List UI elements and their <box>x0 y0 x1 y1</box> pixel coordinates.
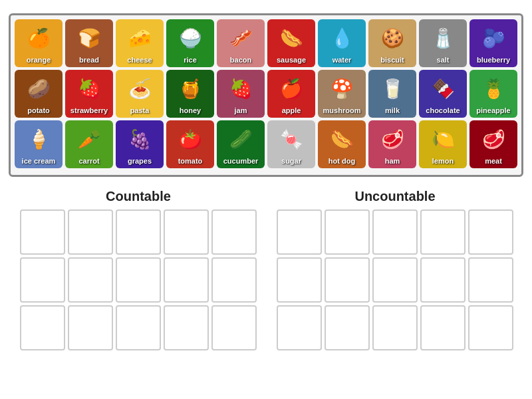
food-label: milk <box>385 106 400 115</box>
food-item-hot-dog[interactable]: 🌭hot dog <box>318 120 366 168</box>
food-row: 🍊orange🍞bread🧀cheese🍚rice🥓bacon🌭sausage💧… <box>15 19 517 67</box>
food-item-water[interactable]: 💧water <box>318 19 366 67</box>
sort-cell[interactable] <box>211 305 257 350</box>
food-label: grapes <box>128 157 152 166</box>
food-item-carrot[interactable]: 🥕carrot <box>65 120 113 168</box>
food-label: carrot <box>78 157 99 166</box>
sort-cell[interactable] <box>20 305 65 350</box>
food-label: jam <box>235 106 247 115</box>
food-label: tomato <box>178 157 203 166</box>
sort-cell[interactable] <box>468 209 513 255</box>
food-item-mushroom[interactable]: 🍄mushroom <box>318 70 366 118</box>
food-item-grapes[interactable]: 🍇grapes <box>116 120 164 168</box>
food-label: mushroom <box>323 106 361 115</box>
food-item-lemon[interactable]: 🍋lemon <box>419 120 467 168</box>
food-item-rice[interactable]: 🍚rice <box>166 19 214 67</box>
food-item-pineapple[interactable]: 🍍pineapple <box>469 70 517 118</box>
food-item-salt[interactable]: 🧂salt <box>419 19 467 67</box>
food-grid-container: 🍊orange🍞bread🧀cheese🍚rice🥓bacon🌭sausage💧… <box>9 13 523 177</box>
food-item-jam[interactable]: 🍓jam <box>217 70 265 118</box>
food-label: bread <box>79 56 99 65</box>
food-item-orange[interactable]: 🍊orange <box>15 19 63 67</box>
food-label: ice cream <box>22 157 56 166</box>
sort-cell[interactable] <box>68 257 113 303</box>
sort-cell[interactable] <box>116 257 161 303</box>
sort-cell[interactable] <box>420 209 466 255</box>
food-label: cucumber <box>223 157 259 166</box>
sort-cell[interactable] <box>211 257 257 303</box>
food-label: biscuit <box>380 56 404 65</box>
food-item-apple[interactable]: 🍎apple <box>267 70 315 118</box>
food-label: hot dog <box>329 157 355 166</box>
food-label: pasta <box>130 106 150 115</box>
food-item-bread[interactable]: 🍞bread <box>65 19 113 67</box>
food-item-milk[interactable]: 🥛milk <box>368 70 416 118</box>
sort-cell[interactable] <box>20 209 65 255</box>
sort-cell[interactable] <box>420 305 466 350</box>
sort-cell[interactable] <box>68 305 113 350</box>
sort-cell[interactable] <box>277 209 322 255</box>
sort-cell[interactable] <box>20 257 65 303</box>
food-item-tomato[interactable]: 🍅tomato <box>166 120 214 168</box>
countable-header: Countable <box>106 189 171 204</box>
sort-cell[interactable] <box>277 305 322 350</box>
food-label: water <box>332 56 352 65</box>
sort-section: Countable Uncountable <box>13 189 519 350</box>
food-label: honey <box>180 106 201 115</box>
sort-cell[interactable] <box>325 257 370 303</box>
sort-cell[interactable] <box>372 257 418 303</box>
food-item-cheese[interactable]: 🧀cheese <box>116 19 164 67</box>
countable-column: Countable <box>13 189 263 350</box>
food-label: bacon <box>230 56 251 65</box>
food-label: meat <box>485 157 502 166</box>
food-item-chocolate[interactable]: 🍫chocolate <box>419 70 467 118</box>
sort-cell[interactable] <box>116 305 161 350</box>
sort-cell[interactable] <box>325 305 370 350</box>
uncountable-column: Uncountable <box>270 189 520 350</box>
food-label: rice <box>184 56 197 65</box>
food-item-strawberry[interactable]: 🍓strawberry <box>65 70 113 118</box>
food-row: 🥔potato🍓strawberry🍝pasta🍯honey🍓jam🍎apple… <box>15 70 517 118</box>
countable-grid <box>13 209 263 350</box>
food-item-ham[interactable]: 🥩ham <box>368 120 416 168</box>
sort-cell[interactable] <box>372 305 418 350</box>
food-label: pineapple <box>476 106 510 115</box>
food-label: ham <box>385 157 400 166</box>
food-label: sugar <box>281 157 301 166</box>
food-label: orange <box>27 56 51 65</box>
sort-cell[interactable] <box>164 305 209 350</box>
uncountable-header: Uncountable <box>354 189 435 204</box>
sort-cell[interactable] <box>468 257 513 303</box>
food-item-sausage[interactable]: 🌭sausage <box>267 19 315 67</box>
food-item-pasta[interactable]: 🍝pasta <box>116 70 164 118</box>
food-item-honey[interactable]: 🍯honey <box>166 70 214 118</box>
sort-cell[interactable] <box>164 209 209 255</box>
food-item-potato[interactable]: 🥔potato <box>15 70 63 118</box>
food-label: sausage <box>277 56 306 65</box>
food-item-ice-cream[interactable]: 🍦ice cream <box>15 120 63 168</box>
sort-cell[interactable] <box>164 257 209 303</box>
food-item-meat[interactable]: 🥩meat <box>469 120 517 168</box>
food-label: salt <box>437 56 450 65</box>
sort-cell[interactable] <box>420 257 466 303</box>
sort-cell[interactable] <box>325 209 370 255</box>
food-item-biscuit[interactable]: 🍪biscuit <box>368 19 416 67</box>
food-label: apple <box>282 106 301 115</box>
food-item-sugar[interactable]: 🍬sugar <box>267 120 315 168</box>
food-label: potato <box>27 106 50 115</box>
sort-cell[interactable] <box>68 209 113 255</box>
food-item-blueberry[interactable]: 🫐blueberry <box>469 19 517 67</box>
food-label: chocolate <box>426 106 460 115</box>
sort-cell[interactable] <box>211 209 257 255</box>
sort-cell[interactable] <box>277 257 322 303</box>
food-item-bacon[interactable]: 🥓bacon <box>217 19 265 67</box>
food-label: blueberry <box>477 56 510 65</box>
sort-cell[interactable] <box>468 305 513 350</box>
sort-cell[interactable] <box>372 209 418 255</box>
food-label: cheese <box>127 56 152 65</box>
uncountable-grid <box>270 209 520 350</box>
food-label: strawberry <box>70 106 108 115</box>
sort-cell[interactable] <box>116 209 161 255</box>
food-item-cucumber[interactable]: 🥒cucumber <box>217 120 265 168</box>
food-row: 🍦ice cream🥕carrot🍇grapes🍅tomato🥒cucumber… <box>15 120 517 168</box>
